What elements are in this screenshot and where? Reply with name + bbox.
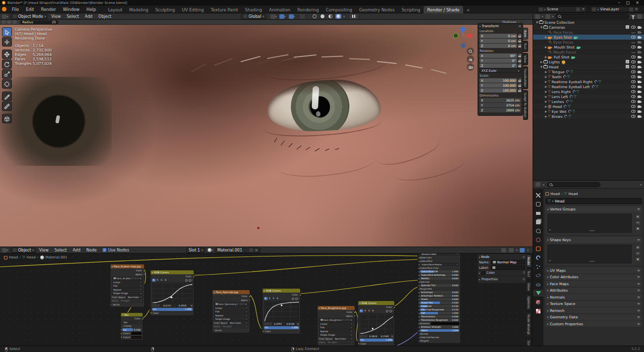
channel-r[interactable]: R [268, 297, 271, 300]
handle-vector-icon[interactable] [155, 304, 157, 306]
image-selector[interactable]: Face_Specular.jpg× [214, 302, 249, 306]
copy-material-icon[interactable] [249, 248, 253, 252]
hide-eye-icon[interactable] [631, 65, 636, 68]
workspace-tab-scripting[interactable]: Scripting [398, 6, 424, 13]
alpha-slider[interactable]: Alpha1.000 [420, 329, 459, 332]
node-dropdown-repeat[interactable]: Repeat▾ [214, 314, 249, 317]
chevron-down-icon[interactable]: ▾ [298, 298, 299, 300]
delete-point-icon[interactable]: × [297, 323, 299, 325]
handle-vector-icon[interactable] [362, 335, 364, 337]
menu-render[interactable]: Render [38, 7, 59, 12]
panel-menu-icon[interactable]: ≡ [637, 288, 640, 293]
close-button[interactable]: × [636, 0, 639, 5]
hide-eye-icon[interactable] [631, 110, 636, 113]
transform-field-location-y[interactable]: Y0 cm [480, 39, 517, 43]
open-icon[interactable] [137, 277, 139, 279]
panel-menu-icon[interactable]: ≡ [637, 295, 640, 300]
node-panel-title[interactable]: ▾ Node [479, 255, 489, 259]
properties-tab-material[interactable] [533, 299, 543, 305]
sidebar-tab-item[interactable]: Item [523, 28, 528, 40]
sheen-slider[interactable]: Sheen0.000 [420, 298, 459, 301]
fake-user-icon[interactable] [342, 319, 344, 321]
lock-icon[interactable] [518, 46, 521, 48]
proportional-editing-icon[interactable] [289, 14, 294, 19]
material-slot-dropdown[interactable]: Slot 1▾ [186, 248, 205, 253]
point-y-field[interactable]: 0.8104 [284, 322, 296, 325]
node-dropdown-flat[interactable]: Flat▾ [112, 285, 143, 288]
properties-tab-physics[interactable] [533, 272, 543, 279]
color-swatch-color1[interactable] [131, 332, 141, 335]
disclosure-icon[interactable]: ▼ [535, 21, 539, 24]
properties-options-icon[interactable]: ▾ [640, 183, 642, 186]
anisotropic-slider[interactable]: Anisotropic0.000 [420, 291, 459, 294]
disable-render-icon[interactable] [638, 45, 643, 49]
camera-view-icon[interactable] [467, 63, 474, 71]
shading-rendered-icon[interactable] [335, 14, 341, 19]
outliner-item-scene-collection[interactable]: ▼Scene Collection [533, 20, 644, 25]
node-principled-bsdf[interactable]: GGX▾Random Walk▾Base ColorSubsurfaceSubs… [419, 253, 461, 344]
transform-field-scale-x[interactable]: X100.000 [480, 78, 517, 83]
scale-tool[interactable] [2, 69, 12, 79]
image-selector[interactable]: Face_Scatter...× [112, 277, 143, 280]
unlink-scene-icon[interactable]: × [582, 7, 585, 11]
outliner-item-lights[interactable]: ▶Lights✓ [533, 59, 644, 64]
properties-tab-scene[interactable] [533, 227, 543, 234]
node-dropdown-flat[interactable]: Flat▾ [214, 310, 249, 313]
node-face-roughness[interactable]: ▾Face_Roughness.jpgColorAlphaFace_Roughn… [317, 305, 355, 346]
panel-menu-icon[interactable]: ≡ [523, 255, 525, 259]
panel-menu-icon[interactable]: ≡ [637, 268, 640, 273]
outliner-item-teeth[interactable]: ▶▽Teeth▽ [533, 74, 644, 79]
channel-c[interactable]: C [360, 309, 363, 312]
collection-checkbox[interactable]: ✓ [626, 60, 629, 63]
point-x-field[interactable]: 0.4992 [272, 322, 284, 325]
shading-solid-icon[interactable] [320, 14, 325, 19]
overlays-toggle-icon[interactable] [520, 248, 525, 252]
viewlayer-selector[interactable]: ▾ ViewLayer × [590, 6, 640, 12]
outliner-item-realtime-eyeball-left[interactable]: ▶▽Realtime Eyeball Left▽ [533, 84, 644, 89]
workspace-tab-uv-editing[interactable]: UV Editing [178, 6, 207, 13]
properties-editor-icon[interactable] [536, 182, 540, 187]
disclosure-icon[interactable]: ▶ [544, 110, 548, 113]
transmission-slider[interactable]: Transmission0.000 [420, 315, 459, 318]
rotate-tool[interactable] [2, 59, 12, 69]
socket-vector[interactable] [110, 303, 112, 305]
hide-eye-closed-icon[interactable] [631, 50, 636, 53]
node-dropdown-straight[interactable]: Straight▾ [119, 300, 143, 302]
hide-eye-icon[interactable] [631, 80, 636, 83]
zoom-icon[interactable] [467, 48, 474, 55]
shape-keys-list[interactable]: ▸ [547, 245, 632, 263]
shader-menu-view[interactable]: View [36, 248, 52, 252]
minimize-button[interactable]: – [618, 0, 620, 5]
socket-emission[interactable] [418, 323, 420, 325]
point-x-field[interactable]: 0.3818 [368, 335, 378, 338]
hide-eye-icon[interactable] [631, 60, 636, 63]
socket-alpha[interactable] [354, 315, 356, 317]
socket-color[interactable] [249, 296, 251, 298]
lock-icon[interactable] [518, 41, 521, 43]
node-header[interactable]: ▾RGB Curves [358, 301, 394, 305]
subsurface-ior-slider[interactable]: Subsurface IOR1.400 [420, 270, 459, 273]
disable-render-icon[interactable] [638, 104, 643, 108]
copy-icon[interactable] [345, 319, 347, 321]
outliner-item-lashes[interactable]: ▶▽Lashes▽ [533, 99, 644, 104]
properties-tab-texture[interactable] [533, 307, 543, 314]
disable-render-icon[interactable] [638, 65, 643, 68]
outliner-item-eyes-shot[interactable]: ▶Eyes Shot [533, 35, 644, 40]
metallic-slider[interactable]: Metallic0.000 [420, 277, 459, 280]
zoom-out-icon[interactable] [389, 310, 392, 312]
shading-wireframe-icon[interactable] [312, 14, 318, 19]
disclosure-icon[interactable]: ▶ [544, 75, 548, 78]
panel-menu-icon[interactable]: ≡ [518, 24, 521, 28]
subsurface-anisotropy-slider[interactable]: Subsurface Anisotropy0.000 [420, 274, 459, 276]
socket-color[interactable] [143, 270, 145, 272]
emission-swatch[interactable] [431, 322, 459, 325]
transform-orientation-dropdown[interactable]: Global▾ [241, 14, 267, 19]
disclosure-icon[interactable]: ▶ [544, 36, 548, 39]
ior-slider[interactable]: IOR1.450 [420, 312, 459, 314]
remove-viewlayer-icon[interactable]: × [635, 7, 638, 11]
add-cube-tool[interactable] [2, 114, 12, 123]
workspace-tab-texture-paint[interactable]: Texture Paint [208, 6, 242, 13]
node-dropdown-non-color[interactable]: Non-Color▾ [228, 321, 249, 324]
transform-field-dimensions-y[interactable]: Y3754 cm [480, 103, 521, 107]
socket-roughness[interactable] [418, 288, 420, 290]
